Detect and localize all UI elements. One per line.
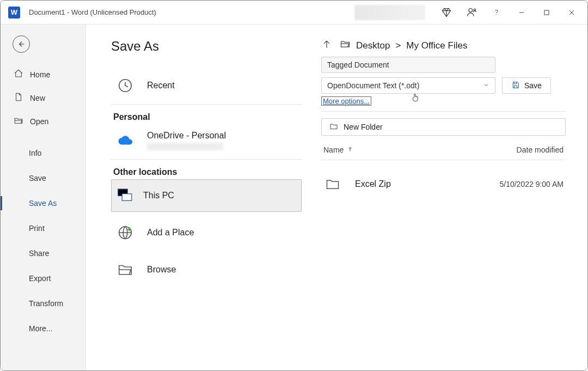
sidebar-item-open[interactable]: Open bbox=[1, 110, 85, 133]
file-date: 5/10/2022 9:00 AM bbox=[499, 180, 564, 188]
sidebar-item-transform[interactable]: Transform bbox=[1, 291, 85, 316]
filetype-select[interactable]: OpenDocument Text (*.odt) bbox=[321, 77, 495, 94]
window-title: Document1 - Word (Unlicensed Product) bbox=[29, 8, 156, 16]
svg-point-2 bbox=[496, 14, 497, 15]
account-area[interactable] bbox=[354, 5, 425, 20]
save-label: Save bbox=[524, 81, 542, 90]
sidebar-item-home[interactable]: Home bbox=[1, 63, 85, 86]
up-arrow-icon[interactable] bbox=[321, 39, 332, 52]
maximize-button[interactable] bbox=[534, 1, 559, 25]
page-title: Save As bbox=[111, 39, 302, 54]
title-bar: W Document1 - Word (Unlicensed Product) bbox=[1, 1, 587, 25]
help-button[interactable] bbox=[484, 1, 509, 25]
location-browse[interactable]: Browse bbox=[111, 251, 302, 288]
svg-rect-4 bbox=[544, 10, 549, 15]
breadcrumb-sep: > bbox=[395, 40, 401, 51]
column-name[interactable]: Name bbox=[323, 145, 353, 154]
filetype-value: OpenDocument Text (*.odt) bbox=[327, 81, 419, 90]
location-label: Browse bbox=[147, 265, 176, 275]
location-label: OneDrive - Personal bbox=[147, 131, 226, 141]
file-list-header: Name Date modified bbox=[321, 140, 566, 160]
svg-rect-9 bbox=[122, 194, 132, 201]
folder-open-icon bbox=[340, 39, 351, 52]
folder-open-icon bbox=[14, 115, 23, 127]
sidebar-item-export[interactable]: Export bbox=[1, 266, 85, 291]
save-disk-icon bbox=[511, 81, 520, 91]
sort-asc-icon bbox=[347, 145, 353, 154]
file-row[interactable]: Excel Zip 5/10/2022 9:00 AM bbox=[321, 160, 566, 208]
cursor-icon bbox=[411, 95, 420, 104]
location-recent[interactable]: Recent bbox=[111, 67, 302, 105]
sidebar-item-print[interactable]: Print bbox=[1, 216, 85, 241]
sidebar-item-label: New bbox=[30, 94, 45, 102]
diamond-icon[interactable] bbox=[434, 1, 459, 25]
new-folder-button[interactable]: New Folder bbox=[321, 118, 566, 136]
location-label: Recent bbox=[147, 81, 175, 90]
clock-icon bbox=[115, 76, 135, 95]
sidebar-item-info[interactable]: Info bbox=[1, 141, 85, 166]
breadcrumb-root: Desktop bbox=[356, 40, 390, 51]
back-button[interactable] bbox=[13, 35, 30, 53]
chevron-down-icon bbox=[483, 81, 489, 90]
location-label: Add a Place bbox=[147, 228, 194, 238]
folder-icon bbox=[323, 177, 342, 192]
folder-icon bbox=[115, 260, 135, 279]
document-icon bbox=[14, 92, 23, 104]
cloud-icon bbox=[115, 131, 135, 150]
section-personal: Personal bbox=[113, 112, 302, 122]
sidebar-item-new[interactable]: New bbox=[1, 86, 85, 110]
sidebar-item-save-as[interactable]: Save As bbox=[1, 191, 85, 216]
divider bbox=[321, 111, 566, 112]
sidebar-item-label: Home bbox=[30, 70, 50, 79]
onedrive-account bbox=[147, 143, 223, 150]
sidebar-item-save[interactable]: Save bbox=[1, 166, 85, 191]
file-name: Excel Zip bbox=[355, 179, 391, 189]
word-app-icon: W bbox=[8, 7, 20, 19]
location-panel: Save As Recent Personal OneDrive - Perso… bbox=[111, 39, 302, 360]
minimize-button[interactable] bbox=[509, 1, 534, 25]
location-label: This PC bbox=[143, 191, 174, 200]
globe-plus-icon bbox=[115, 223, 135, 242]
close-button[interactable] bbox=[559, 1, 584, 25]
breadcrumb: Desktop > My Office Files bbox=[321, 39, 566, 52]
backstage-sidebar: Home New Open Info Save Save As Print Sh… bbox=[1, 25, 86, 370]
breadcrumb-leaf: My Office Files bbox=[406, 40, 467, 51]
sidebar-item-more[interactable]: More... bbox=[1, 316, 85, 341]
new-folder-label: New Folder bbox=[344, 123, 383, 131]
filename-input[interactable] bbox=[321, 57, 495, 73]
svg-point-0 bbox=[469, 8, 473, 12]
location-onedrive[interactable]: OneDrive - Personal bbox=[111, 122, 302, 160]
save-target-panel: Desktop > My Office Files OpenDocument T… bbox=[321, 39, 566, 360]
sidebar-item-share[interactable]: Share bbox=[1, 241, 85, 266]
account-icon[interactable] bbox=[459, 1, 484, 25]
sidebar-item-label: Open bbox=[30, 117, 48, 126]
more-options-link[interactable]: More options... bbox=[321, 96, 371, 106]
location-this-pc[interactable]: This PC bbox=[111, 179, 302, 212]
this-pc-icon bbox=[116, 186, 132, 205]
breadcrumb-path[interactable]: Desktop > My Office Files bbox=[340, 39, 467, 52]
location-add-place[interactable]: Add a Place bbox=[111, 214, 302, 251]
section-other: Other locations bbox=[113, 167, 302, 177]
column-date[interactable]: Date modified bbox=[517, 145, 564, 154]
home-icon bbox=[14, 69, 23, 80]
new-folder-icon bbox=[329, 122, 338, 132]
save-button[interactable]: Save bbox=[502, 77, 551, 94]
